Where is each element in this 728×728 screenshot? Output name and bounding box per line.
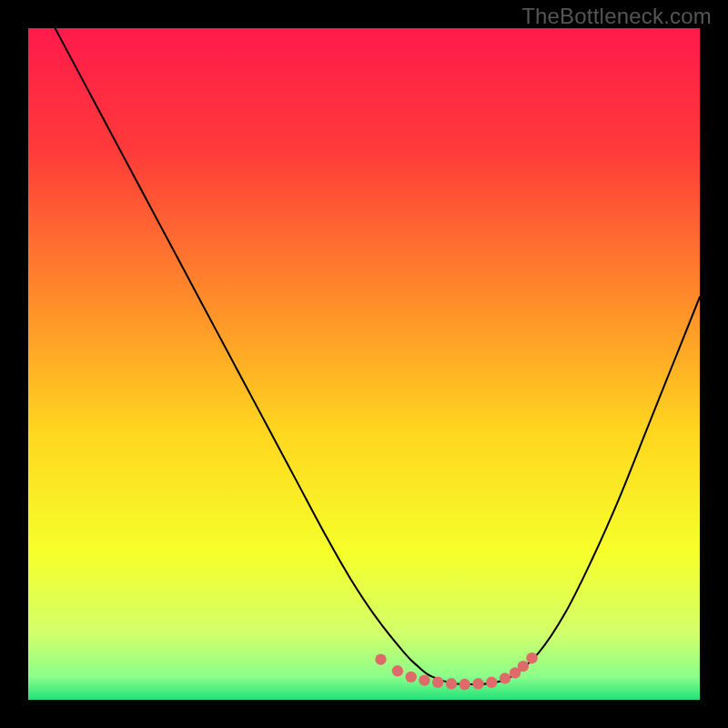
highlight-dot [526, 652, 537, 663]
chart-svg [28, 28, 700, 700]
chart-frame: TheBottleneck.com [0, 0, 728, 728]
highlight-dot [375, 654, 386, 665]
watermark-text: TheBottleneck.com [521, 4, 712, 29]
highlight-dot [486, 677, 497, 688]
highlight-dot [446, 678, 457, 689]
plot-area [28, 28, 700, 700]
highlight-dot [392, 665, 403, 676]
highlight-dot [500, 672, 511, 683]
highlight-dot [472, 678, 483, 689]
highlight-dot [518, 661, 529, 672]
highlight-dot [432, 677, 443, 688]
highlight-dot [419, 674, 430, 685]
highlight-dot [405, 672, 416, 682]
highlight-dot [460, 679, 470, 690]
